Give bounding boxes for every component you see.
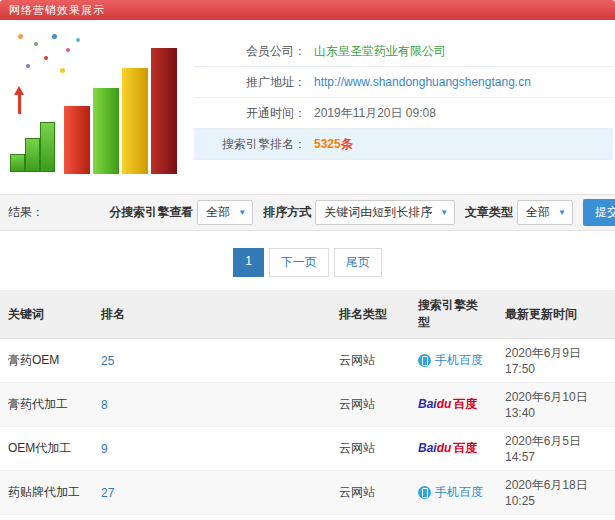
info-row-rank-count: 搜索引擎排名： 5325条: [194, 129, 613, 160]
table-row: OEM代加工 9 云网站 Baidu百度 2020年6月5日 14:57: [0, 427, 615, 471]
sort-filter-label: 排序方式: [263, 204, 311, 221]
info-row-url: 推广地址： http://www.shandonghuangshengtang.…: [194, 67, 613, 98]
rank-link[interactable]: 25: [93, 339, 331, 383]
rank-link[interactable]: 8: [93, 383, 331, 427]
article-type-select[interactable]: 全部 ▼: [517, 200, 573, 225]
engine-filter-label: 分搜索引擎查看: [109, 204, 193, 221]
header-keyword: 关键词: [0, 290, 93, 339]
updated-cell: 2020年6月9日 17:50: [497, 339, 615, 383]
updated-cell: 2020年6月11日 11:18: [497, 515, 615, 520]
keyword-cell: 膏药OEM: [0, 339, 93, 383]
keyword-cell: 药贴牌代加工: [0, 471, 93, 515]
engine-cell: Baidu百度: [410, 427, 497, 471]
rank-count-unit: 条: [341, 137, 353, 151]
info-row-open-time: 开通时间： 2019年11月20日 09:08: [194, 98, 613, 129]
sort-select[interactable]: 关键词由短到长排序 ▼: [315, 200, 455, 225]
page-title: 网络营销效果展示: [9, 4, 105, 16]
result-label: 结果：: [8, 204, 44, 221]
chevron-down-icon: ▼: [558, 201, 566, 224]
next-page-button[interactable]: 下一页: [269, 248, 329, 277]
results-table: 关键词 排名 排名类型 搜索引擎类型 最新更新时间 膏药OEM 25 云网站 手…: [0, 290, 615, 520]
mobile-baidu-icon: [418, 486, 431, 499]
rank-link[interactable]: 9: [93, 427, 331, 471]
baidu-logo-icon: Baidu百度: [418, 396, 477, 413]
engine-cell: Baidu百度: [410, 383, 497, 427]
header-rank: 排名: [93, 290, 331, 339]
keyword-cell: 膏药代加工: [0, 383, 93, 427]
open-time-value: 2019年11月20日 09:08: [306, 98, 436, 128]
header-engine-type: 搜索引擎类型: [410, 290, 497, 339]
page: 网络营销效果展示 会员公司： 山东皇圣堂药业有限公司 推广地址： http://…: [0, 0, 615, 520]
sort-select-value: 关键词由短到长排序: [324, 201, 432, 224]
mobile-baidu-badge: 手机百度: [418, 352, 483, 369]
header-updated-time: 最新更新时间: [497, 290, 615, 339]
rank-type-cell: 云网站: [331, 515, 410, 520]
promo-url-link[interactable]: http://www.shandonghuangshengtang.cn: [306, 67, 531, 97]
engine-cell: 手机百度: [410, 339, 497, 383]
table-row: 药贴牌代加工 27 云网站 手机百度 2020年6月18日 10:25: [0, 471, 615, 515]
company-value: 山东皇圣堂药业有限公司: [306, 36, 446, 66]
rank-link[interactable]: 27: [93, 471, 331, 515]
table-row: 北京膏药贴牌 1 云网站 Baidu百度 2020年6月11日 11:18: [0, 515, 615, 520]
mobile-baidu-badge: 手机百度: [418, 484, 483, 501]
table-row: 膏药OEM 25 云网站 手机百度 2020年6月9日 17:50: [0, 339, 615, 383]
results-table-body: 膏药OEM 25 云网站 手机百度 2020年6月9日 17:50 膏药代加工 …: [0, 339, 615, 520]
baidu-logo-icon: Baidu百度: [418, 440, 477, 457]
engine-select[interactable]: 全部 ▼: [197, 200, 253, 225]
rank-link[interactable]: 1: [93, 515, 331, 520]
promo-url-label: 推广地址：: [194, 67, 306, 97]
chevron-down-icon: ▼: [238, 201, 246, 224]
last-page-button[interactable]: 尾页: [334, 248, 382, 277]
engine-cell: 手机百度: [410, 471, 497, 515]
table-header-row: 关键词 排名 排名类型 搜索引擎类型 最新更新时间: [0, 290, 615, 339]
info-row-company: 会员公司： 山东皇圣堂药业有限公司: [194, 36, 613, 67]
header-rank-type: 排名类型: [331, 290, 410, 339]
keyword-cell: OEM代加工: [0, 427, 93, 471]
info-section: 会员公司： 山东皇圣堂药业有限公司 推广地址： http://www.shand…: [0, 20, 615, 194]
submit-button[interactable]: 提交: [583, 199, 615, 226]
engine-cell: Baidu百度: [410, 515, 497, 520]
window-title-bar: 网络营销效果展示: [0, 0, 615, 20]
updated-cell: 2020年6月5日 14:57: [497, 427, 615, 471]
pagination: 1 下一页 尾页: [0, 248, 615, 277]
chevron-down-icon: ▼: [440, 201, 448, 224]
rank-type-cell: 云网站: [331, 339, 410, 383]
promo-illustration: [4, 28, 194, 186]
updated-cell: 2020年6月18日 10:25: [497, 471, 615, 515]
company-info-panel: 会员公司： 山东皇圣堂药业有限公司 推广地址： http://www.shand…: [194, 24, 613, 186]
article-type-filter-label: 文章类型: [465, 204, 513, 221]
keyword-cell: 北京膏药贴牌: [0, 515, 93, 520]
rank-type-cell: 云网站: [331, 427, 410, 471]
engine-select-value: 全部: [206, 201, 230, 224]
rank-type-cell: 云网站: [331, 383, 410, 427]
page-1-button[interactable]: 1: [233, 248, 264, 277]
open-time-label: 开通时间：: [194, 98, 306, 128]
company-label: 会员公司：: [194, 36, 306, 66]
up-arrow-icon: [18, 90, 21, 114]
filter-bar: 结果： 分搜索引擎查看 全部 ▼ 排序方式 关键词由短到长排序 ▼ 文章类型 全…: [0, 194, 615, 231]
table-row: 膏药代加工 8 云网站 Baidu百度 2020年6月10日 13:40: [0, 383, 615, 427]
article-type-select-value: 全部: [526, 201, 550, 224]
rank-count-value: 5325: [314, 137, 341, 151]
mobile-baidu-icon: [418, 354, 431, 367]
updated-cell: 2020年6月10日 13:40: [497, 383, 615, 427]
rank-count-label: 搜索引擎排名：: [194, 129, 306, 159]
rank-type-cell: 云网站: [331, 471, 410, 515]
